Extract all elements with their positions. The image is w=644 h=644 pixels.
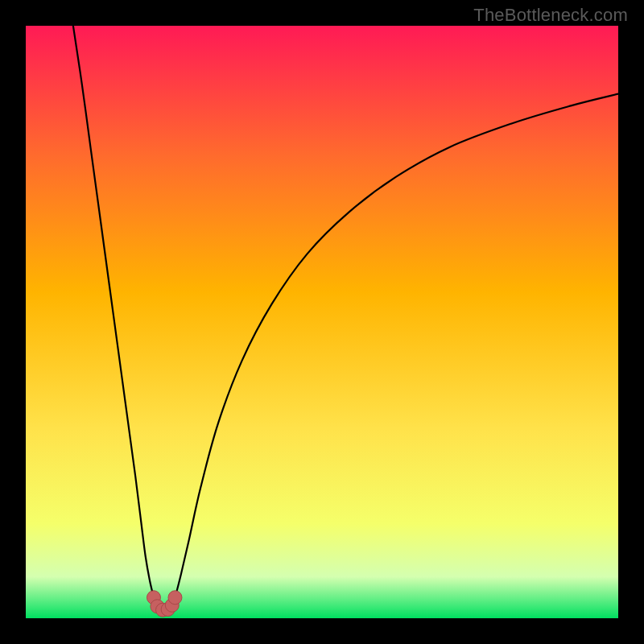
watermark-text: TheBottleneck.com xyxy=(473,5,628,26)
chart-svg xyxy=(26,26,618,618)
outer-frame: TheBottleneck.com xyxy=(0,0,644,644)
valley-marker xyxy=(168,591,182,605)
plot-area xyxy=(26,26,618,618)
